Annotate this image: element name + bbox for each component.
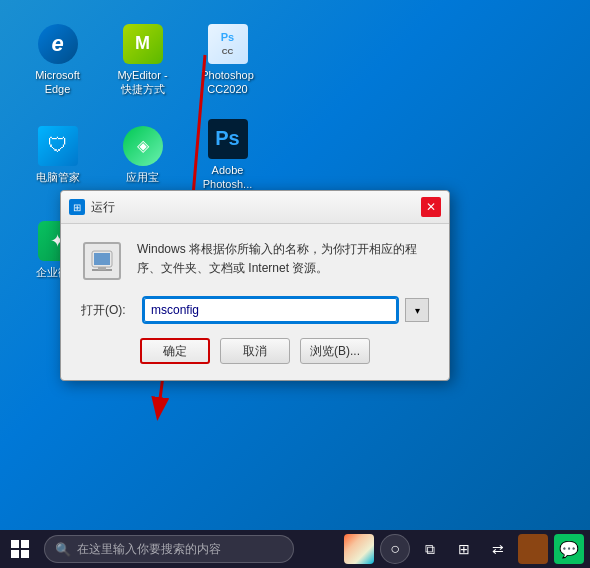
start-button[interactable]	[0, 530, 40, 568]
adobe-photoshop-icon[interactable]: Ps AdobePhotosh...	[190, 110, 265, 200]
myeditor-icon[interactable]: M MyEditor -快捷方式	[105, 15, 180, 105]
microsoft-edge-icon[interactable]: e MicrosoftEdge	[20, 15, 95, 105]
dialog-content-row: Windows 将根据你所输入的名称，为你打开相应的程序、文件夹、文档或 Int…	[81, 240, 429, 282]
photoshop-cc2020-icon[interactable]: PsCC Photoshop CC2020	[190, 15, 265, 105]
taskbar-cortana-button[interactable]: ○	[380, 534, 410, 564]
myeditor-label: MyEditor -快捷方式	[117, 68, 167, 97]
taskbar-widgets-icon[interactable]: ⊞	[450, 535, 478, 563]
dialog-title-text: 运行	[91, 199, 115, 216]
run-icon-svg	[88, 247, 116, 275]
taskbar-right: ○ ⧉ ⊞ ⇄ 💬	[344, 534, 590, 564]
adobe-ps-label: AdobePhotosh...	[203, 163, 253, 192]
guanjia-label: 电脑管家	[36, 170, 80, 184]
yingyong-label: 应用宝	[126, 170, 159, 184]
dialog-cancel-button[interactable]: 取消	[220, 338, 290, 364]
dialog-dropdown-button[interactable]: ▾	[405, 298, 429, 322]
photoshop-cc2020-label: Photoshop CC2020	[195, 68, 260, 97]
windows-logo	[11, 540, 29, 558]
dialog-titlebar: ⊞ 运行 ✕	[61, 191, 449, 224]
dialog-body: Windows 将根据你所输入的名称，为你打开相应的程序、文件夹、文档或 Int…	[61, 224, 449, 380]
dialog-title: ⊞ 运行	[69, 199, 115, 216]
dialog-title-icon: ⊞	[69, 199, 85, 215]
dialog-run-icon	[81, 240, 123, 282]
taskbar: 🔍 在这里输入你要搜索的内容 ○ ⧉ ⊞ ⇄ 💬	[0, 530, 590, 568]
svg-rect-7	[98, 267, 106, 270]
desktop: e MicrosoftEdge M MyEditor -快捷方式 PsCC Ph…	[0, 0, 590, 530]
diannao-guanjia-icon[interactable]: 🛡 电脑管家	[20, 110, 95, 200]
svg-rect-5	[94, 253, 110, 265]
taskbar-wechat-preview[interactable]	[518, 534, 548, 564]
taskbar-search[interactable]: 🔍 在这里输入你要搜索的内容	[44, 535, 294, 563]
taskbar-news-icon[interactable]	[344, 534, 374, 564]
yingyong-bao-icon[interactable]: ◈ 应用宝	[105, 110, 180, 200]
run-dialog: ⊞ 运行 ✕ Windows 将根据	[60, 190, 450, 381]
edge-label: MicrosoftEdge	[35, 68, 80, 97]
search-icon: 🔍	[55, 542, 71, 557]
taskbar-network-icon[interactable]: ⇄	[484, 535, 512, 563]
dialog-buttons: 确定 取消 浏览(B)...	[81, 338, 429, 364]
taskbar-wechat-icon[interactable]: 💬	[554, 534, 584, 564]
dialog-input-label: 打开(O):	[81, 302, 136, 319]
dialog-browse-button[interactable]: 浏览(B)...	[300, 338, 370, 364]
taskbar-taskview-button[interactable]: ⧉	[416, 535, 444, 563]
dialog-input-row: 打开(O): ▾	[81, 298, 429, 322]
dialog-description: Windows 将根据你所输入的名称，为你打开相应的程序、文件夹、文档或 Int…	[137, 240, 429, 278]
dialog-ok-button[interactable]: 确定	[140, 338, 210, 364]
search-placeholder-text: 在这里输入你要搜索的内容	[77, 541, 221, 558]
dialog-close-button[interactable]: ✕	[421, 197, 441, 217]
dialog-open-input[interactable]	[144, 298, 397, 322]
